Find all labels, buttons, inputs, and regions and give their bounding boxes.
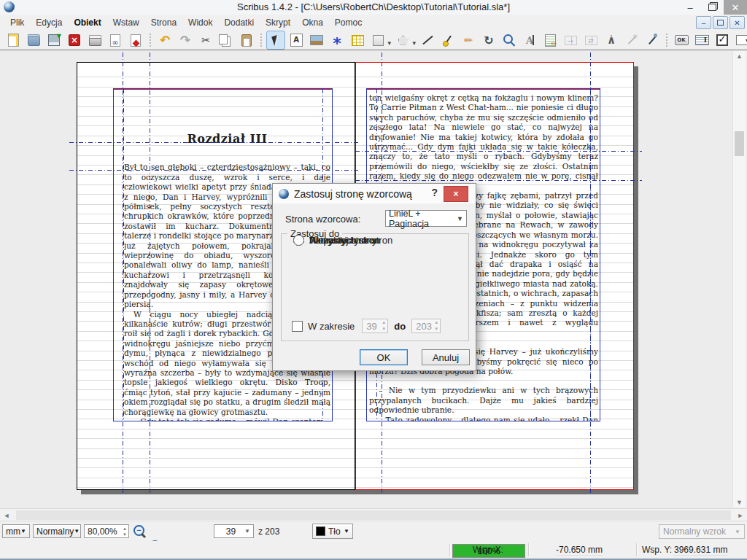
vertical-guide[interactable] (123, 52, 123, 494)
insert-polygon-icon[interactable] (393, 31, 417, 50)
horizontal-guide[interactable] (69, 142, 359, 143)
layer-color-swatch (316, 526, 325, 536)
insert-table-icon[interactable] (348, 31, 367, 50)
menu-item-wstaw[interactable]: Wstaw (107, 16, 145, 29)
radio-icon (293, 235, 304, 246)
scroll-left-icon[interactable]: ◄ (1, 512, 12, 519)
dialog-icon (279, 189, 289, 199)
preflight-verifier-icon[interactable] (106, 31, 125, 50)
scroll-right-icon[interactable]: ► (735, 512, 746, 519)
paragraph: ten wielgaśny okręt z cętką na fokżaglu … (369, 93, 598, 191)
copy-icon[interactable] (217, 31, 236, 50)
story-editor-icon[interactable] (541, 31, 560, 50)
close-button[interactable]: ✕ (724, 0, 747, 15)
page-number-combo[interactable]: 39 ▼ (214, 524, 254, 538)
range-checkbox[interactable] (292, 321, 303, 332)
vertical-scrollbar-thumb[interactable] (735, 131, 744, 156)
insert-bezier-icon[interactable] (438, 31, 457, 50)
menu-item-obiekt[interactable]: Obiekt (68, 16, 107, 29)
menu-item-strona[interactable]: Strona (145, 16, 182, 29)
menu-item-plik[interactable]: Plik (4, 16, 30, 29)
redo-icon[interactable] (176, 31, 195, 50)
insert-image-frame-icon[interactable] (307, 31, 326, 50)
coord-y-value: 3969.631 mm (674, 545, 727, 556)
coord-x-label: Wsp. X: (473, 545, 503, 555)
chevron-down-icon: ▼ (344, 528, 349, 534)
horizontal-guide[interactable] (69, 170, 359, 171)
horizontal-scrollbar[interactable]: ◄ ► (0, 508, 747, 521)
quality-combo[interactable]: Normalny ▼ (33, 524, 81, 538)
menu-item-edycja[interactable]: Edycja (30, 16, 68, 29)
new-document-icon[interactable] (4, 31, 23, 50)
range-row: W zakresie 39 ▲▼ do 203 ▲▼ (292, 319, 441, 333)
horizontal-scrollbar-thumb[interactable] (16, 510, 731, 520)
edit-contents-icon[interactable] (520, 31, 539, 50)
dialog-help-button[interactable]: ? (431, 187, 438, 198)
paste-icon[interactable] (237, 31, 256, 50)
zoom-value: 80,00% (88, 526, 117, 537)
eye-dropper-icon[interactable] (643, 31, 662, 50)
master-page-label: Strona wzorcowa: (285, 214, 360, 225)
menu-item-widok[interactable]: Widok (182, 16, 218, 29)
master-page-combo[interactable]: LinieL + Paginacja ▼ (385, 210, 467, 227)
open-document-icon[interactable] (24, 31, 43, 50)
menu-item-dodatki[interactable]: Dodatki (218, 16, 260, 29)
undo-icon[interactable] (155, 31, 174, 50)
dialog-title-bar[interactable]: Zastosuj stronę wzorcową ? × (273, 184, 476, 203)
status-separator (449, 543, 450, 556)
layer-value: Tło (328, 526, 341, 537)
cancel-button[interactable]: Anuluj (422, 349, 470, 365)
scroll-up-icon[interactable]: ▲ (733, 52, 746, 60)
pdf-text-field-icon[interactable] (692, 31, 711, 50)
dialog-close-button[interactable]: × (444, 186, 468, 202)
save-document-icon[interactable] (44, 31, 63, 50)
zoom-spinbox[interactable]: 80,00% ▲▼ (84, 524, 129, 538)
insert-render-frame-icon[interactable] (328, 31, 347, 50)
rotate-item-icon[interactable] (479, 31, 498, 50)
menu-item-skrypt[interactable]: Skrypt (260, 16, 296, 29)
measurements-icon[interactable] (602, 31, 621, 50)
horizontal-guide[interactable] (355, 180, 642, 181)
paragraph: – Gdy tato tak się zaduma – mówił Dan sz… (124, 417, 330, 421)
title-bar[interactable]: Scribus 1.4.2 - [C:\Users\RobertCh\Deskt… (0, 0, 747, 15)
scroll-down-icon[interactable]: ▼ (733, 499, 746, 506)
pdf-push-button-icon[interactable] (672, 31, 691, 50)
unlink-text-frames-icon (581, 31, 600, 50)
mdi-minimize-button[interactable]: – (696, 16, 711, 29)
cut-icon[interactable] (196, 31, 215, 50)
pdf-checkbox-icon[interactable] (713, 31, 732, 50)
mdi-close-button[interactable]: ✕ (729, 16, 745, 29)
zoom-out-button[interactable] (132, 524, 147, 539)
status-bar: 100% Wsp. X: -70.650 mm Wsp. Y: 3969.631… (0, 541, 747, 559)
pdf-combo-box-icon[interactable] (733, 31, 747, 50)
menu-item-pomoc[interactable]: Pomoc (329, 16, 368, 29)
page-shadow (634, 66, 638, 494)
vertical-guide[interactable] (590, 52, 591, 494)
apply-to-groupbox: Zastosuj do Aktualnej strony Parzystych … (281, 233, 469, 341)
horizontal-guide[interactable] (355, 151, 642, 152)
print-document-icon[interactable] (85, 31, 104, 50)
minimize-button[interactable]: – (680, 0, 700, 15)
insert-line-icon[interactable] (418, 31, 437, 50)
export-pdf-icon[interactable] (126, 31, 145, 50)
vertical-scrollbar[interactable]: ▲ ▼ (732, 51, 746, 508)
insert-shape-icon[interactable] (368, 31, 392, 50)
insert-text-frame-icon[interactable] (287, 31, 306, 50)
select-item-icon[interactable] (266, 31, 285, 50)
window-title: Scribus 1.4.2 - [C:\Users\RobertCh\Deskt… (0, 1, 747, 12)
toolbar-separator (147, 31, 153, 49)
close-document-icon[interactable] (65, 31, 84, 50)
layer-combo[interactable]: Tło ▼ (312, 524, 353, 539)
vertical-guide[interactable] (150, 52, 150, 494)
unit-combo[interactable]: mm ▼ (2, 524, 30, 538)
menu-item-okna[interactable]: Okna (296, 16, 329, 29)
restore-button[interactable] (702, 0, 722, 15)
spinner-arrows-icon: ▲▼ (434, 319, 438, 332)
radio-wszystkich-stron[interactable]: Wszystkich stron (293, 234, 381, 246)
mdi-restore-button[interactable] (713, 16, 728, 29)
range-from-spinbox: 39 ▲▼ (362, 319, 388, 333)
zoom-tool-icon[interactable] (500, 31, 519, 50)
ok-button[interactable]: OK (360, 349, 408, 365)
insert-freehand-icon[interactable] (459, 31, 478, 50)
status-separator (636, 543, 637, 556)
